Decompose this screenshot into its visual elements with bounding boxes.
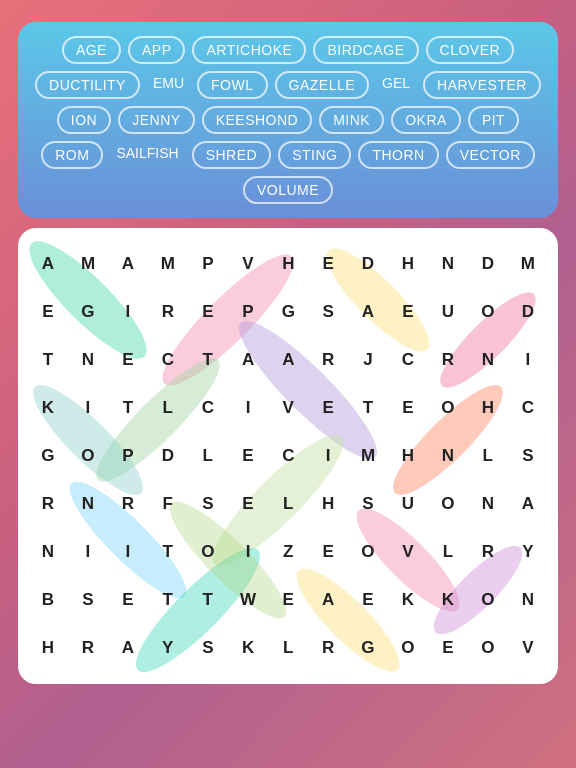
grid-cell-4-1[interactable]: O [68,432,108,480]
grid-cell-2-0[interactable]: T [28,336,68,384]
grid-cell-4-11[interactable]: L [468,432,508,480]
grid-cell-5-3[interactable]: F [148,480,188,528]
word-item-harvester[interactable]: HARVESTER [423,71,541,99]
grid-cell-4-4[interactable]: L [188,432,228,480]
grid-cell-8-3[interactable]: Y [148,624,188,672]
grid-cell-2-8[interactable]: J [348,336,388,384]
grid-cell-8-1[interactable]: R [68,624,108,672]
grid-cell-8-12[interactable]: V [508,624,548,672]
grid-cell-0-9[interactable]: H [388,240,428,288]
grid-cell-8-5[interactable]: K [228,624,269,672]
grid-cell-7-7[interactable]: A [308,576,348,624]
grid-cell-2-4[interactable]: T [188,336,228,384]
grid-cell-1-5[interactable]: P [228,288,269,336]
grid-cell-8-10[interactable]: E [428,624,468,672]
grid-cell-6-8[interactable]: O [348,528,388,576]
word-item-sailfish[interactable]: SAILFISH [110,141,184,169]
grid-cell-1-8[interactable]: A [348,288,388,336]
grid-cell-3-10[interactable]: O [428,384,468,432]
grid-cell-6-6[interactable]: Z [268,528,308,576]
word-item-fowl[interactable]: FOWL [197,71,267,99]
grid-cell-8-9[interactable]: O [388,624,428,672]
grid-cell-2-7[interactable]: R [308,336,348,384]
grid-cell-2-9[interactable]: C [388,336,428,384]
grid-cell-8-7[interactable]: R [308,624,348,672]
grid-cell-6-2[interactable]: I [108,528,148,576]
grid-cell-0-10[interactable]: N [428,240,468,288]
grid-cell-6-12[interactable]: Y [508,528,548,576]
grid-cell-7-3[interactable]: T [148,576,188,624]
word-item-shred[interactable]: SHRED [192,141,272,169]
grid-cell-5-2[interactable]: R [108,480,148,528]
word-item-thorn[interactable]: THORN [358,141,438,169]
grid-cell-1-9[interactable]: E [388,288,428,336]
grid-cell-6-4[interactable]: O [188,528,228,576]
grid-cell-7-1[interactable]: S [68,576,108,624]
grid-cell-1-0[interactable]: E [28,288,68,336]
grid-cell-3-0[interactable]: K [28,384,68,432]
grid-cell-1-7[interactable]: S [308,288,348,336]
word-item-sting[interactable]: STING [278,141,351,169]
grid-cell-6-3[interactable]: T [148,528,188,576]
grid-cell-4-8[interactable]: M [348,432,388,480]
grid-cell-1-6[interactable]: G [268,288,308,336]
grid-cell-5-7[interactable]: H [308,480,348,528]
grid-cell-3-11[interactable]: H [468,384,508,432]
grid-cell-5-9[interactable]: U [388,480,428,528]
grid-cell-3-8[interactable]: T [348,384,388,432]
grid-cell-8-8[interactable]: G [348,624,388,672]
grid-cell-1-12[interactable]: D [508,288,548,336]
word-item-jenny[interactable]: JENNY [118,106,194,134]
grid-cell-1-2[interactable]: I [108,288,148,336]
grid-cell-0-7[interactable]: E [308,240,348,288]
grid-cell-3-7[interactable]: E [308,384,348,432]
word-item-age[interactable]: AGE [62,36,121,64]
grid-cell-0-8[interactable]: D [348,240,388,288]
grid-cell-6-5[interactable]: I [228,528,269,576]
grid-cell-4-12[interactable]: S [508,432,548,480]
word-item-volume[interactable]: VOLUME [243,176,333,204]
grid-cell-7-2[interactable]: E [108,576,148,624]
grid-cell-3-4[interactable]: C [188,384,228,432]
word-item-mink[interactable]: MINK [319,106,384,134]
grid-cell-7-11[interactable]: O [468,576,508,624]
word-item-artichoke[interactable]: ARTICHOKE [192,36,306,64]
grid-cell-1-10[interactable]: U [428,288,468,336]
word-item-gel[interactable]: GEL [376,71,416,99]
grid-cell-5-8[interactable]: S [348,480,388,528]
grid-cell-2-12[interactable]: I [508,336,548,384]
grid-cell-8-0[interactable]: H [28,624,68,672]
word-item-okra[interactable]: OKRA [391,106,461,134]
grid-cell-0-12[interactable]: M [508,240,548,288]
grid-cell-4-6[interactable]: C [268,432,308,480]
grid-cell-7-6[interactable]: E [268,576,308,624]
grid-cell-4-2[interactable]: P [108,432,148,480]
grid-cell-5-1[interactable]: N [68,480,108,528]
grid-cell-5-4[interactable]: S [188,480,228,528]
grid-cell-4-3[interactable]: D [148,432,188,480]
grid-cell-8-2[interactable]: A [108,624,148,672]
grid-cell-2-5[interactable]: A [228,336,269,384]
grid-cell-2-3[interactable]: C [148,336,188,384]
grid-cell-4-10[interactable]: N [428,432,468,480]
grid-cell-5-5[interactable]: E [228,480,269,528]
grid-cell-7-0[interactable]: B [28,576,68,624]
grid-cell-4-7[interactable]: I [308,432,348,480]
grid-cell-3-1[interactable]: I [68,384,108,432]
word-item-clover[interactable]: CLOVER [426,36,515,64]
grid-cell-1-3[interactable]: R [148,288,188,336]
grid-cell-5-0[interactable]: R [28,480,68,528]
grid-cell-8-4[interactable]: S [188,624,228,672]
grid-cell-7-9[interactable]: K [388,576,428,624]
grid-cell-0-2[interactable]: A [108,240,148,288]
grid-cell-4-0[interactable]: G [28,432,68,480]
grid-cell-3-12[interactable]: C [508,384,548,432]
word-item-ductility[interactable]: DUCTILITY [35,71,140,99]
grid-cell-3-2[interactable]: T [108,384,148,432]
word-item-rom[interactable]: ROM [41,141,103,169]
grid-cell-7-10[interactable]: K [428,576,468,624]
grid-cell-0-3[interactable]: M [148,240,188,288]
grid-cell-5-6[interactable]: L [268,480,308,528]
grid-cell-8-6[interactable]: L [268,624,308,672]
grid-cell-3-9[interactable]: E [388,384,428,432]
